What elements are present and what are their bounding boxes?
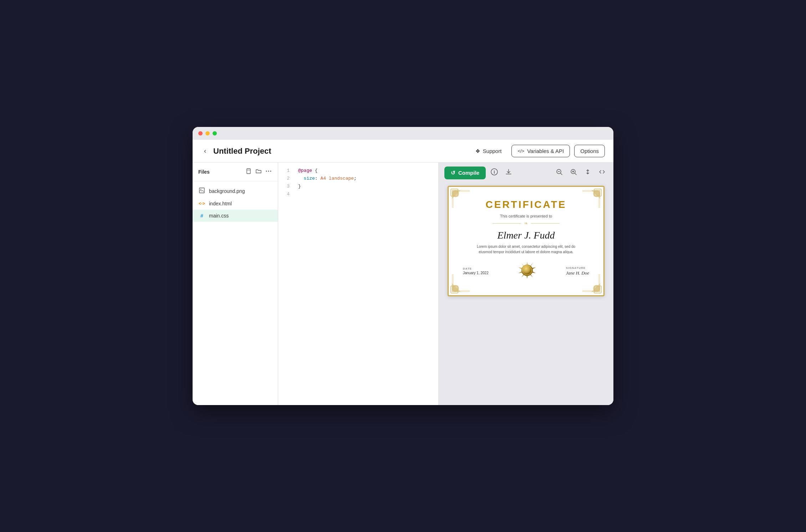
variables-label: Variables & API bbox=[527, 148, 564, 154]
header: ‹ Untitled Project ❖ Support </> Variabl… bbox=[193, 140, 613, 163]
compile-label: Compile bbox=[458, 170, 479, 176]
download-button[interactable] bbox=[503, 166, 514, 179]
cert-corner-bl bbox=[450, 272, 471, 294]
header-left: ‹ Untitled Project bbox=[201, 146, 470, 156]
info-button[interactable]: i bbox=[489, 166, 500, 179]
variables-icon: </> bbox=[517, 148, 524, 154]
zoom-in-button[interactable] bbox=[568, 166, 579, 179]
support-label: Support bbox=[483, 148, 502, 154]
svg-point-6 bbox=[200, 189, 202, 190]
header-right: ❖ Support </> Variables & API Options bbox=[470, 145, 605, 157]
variables-button[interactable]: </> Variables & API bbox=[511, 145, 570, 157]
file-name-index: index.html bbox=[209, 201, 232, 206]
cert-date-label: DATE bbox=[463, 267, 472, 270]
zoom-out-button[interactable] bbox=[554, 166, 565, 179]
support-button[interactable]: ❖ Support bbox=[470, 145, 507, 157]
svg-point-3 bbox=[268, 171, 269, 172]
main-content: Files bbox=[193, 163, 613, 405]
cert-corner-tr bbox=[581, 188, 602, 210]
cert-corner-br bbox=[581, 272, 602, 294]
back-button[interactable]: ‹ bbox=[201, 146, 209, 156]
new-file-button[interactable] bbox=[245, 168, 252, 176]
svg-point-4 bbox=[270, 171, 271, 172]
options-label: Options bbox=[580, 148, 599, 154]
cert-sig-label: SIGNATURE bbox=[566, 266, 586, 270]
preview-pane: ↺ Compile i bbox=[439, 163, 613, 405]
svg-line-11 bbox=[561, 173, 562, 175]
file-item-main-css[interactable]: # main.css bbox=[193, 210, 278, 222]
cert-seal bbox=[516, 260, 538, 282]
svg-text:i: i bbox=[494, 170, 495, 175]
file-item-background[interactable]: background.png bbox=[193, 184, 278, 198]
fit-button[interactable] bbox=[582, 166, 593, 179]
minimize-dot[interactable] bbox=[205, 131, 210, 135]
sidebar: Files bbox=[193, 163, 278, 405]
close-dot[interactable] bbox=[198, 131, 203, 135]
options-button[interactable]: Options bbox=[574, 145, 605, 157]
css-file-icon: # bbox=[198, 213, 205, 219]
code-editor[interactable]: @page { size: A4 landscape; } bbox=[292, 163, 438, 405]
compile-icon: ↺ bbox=[451, 170, 455, 176]
preview-toolbar: ↺ Compile i bbox=[439, 163, 613, 183]
certificate-card: CERTIFICATE This certificate is presente… bbox=[448, 186, 604, 296]
compile-button[interactable]: ↺ Compile bbox=[444, 167, 486, 179]
svg-rect-0 bbox=[247, 169, 250, 174]
image-file-icon bbox=[198, 188, 205, 194]
editor-pane: 1 2 3 4 @page { size: A4 landscape; } bbox=[278, 163, 439, 405]
cert-divider: ❧ bbox=[457, 220, 595, 226]
sidebar-header: Files bbox=[193, 163, 278, 181]
project-title: Untitled Project bbox=[213, 147, 271, 156]
cert-body-text: Lorem ipsum dolor sit amet, consectetur … bbox=[457, 244, 595, 255]
more-actions-button[interactable] bbox=[265, 168, 272, 176]
file-item-index[interactable]: <·> index.html bbox=[193, 198, 278, 210]
file-list: background.png <·> index.html # main.css bbox=[193, 181, 278, 225]
app-window: ‹ Untitled Project ❖ Support </> Variabl… bbox=[193, 127, 613, 405]
support-icon: ❖ bbox=[475, 148, 480, 154]
window-chrome bbox=[193, 127, 613, 140]
line-numbers: 1 2 3 4 bbox=[278, 163, 292, 405]
cert-corner-tl bbox=[450, 188, 471, 210]
svg-point-21 bbox=[521, 265, 533, 276]
maximize-dot[interactable] bbox=[213, 131, 217, 135]
svg-line-15 bbox=[575, 173, 576, 175]
cert-recipient-name: Elmer J. Fudd bbox=[457, 230, 595, 241]
cert-footer: DATE January 1, 2022 bbox=[457, 260, 595, 282]
source-view-button[interactable] bbox=[596, 166, 608, 179]
editor-content[interactable]: 1 2 3 4 @page { size: A4 landscape; } bbox=[278, 163, 438, 405]
sidebar-actions bbox=[245, 168, 272, 176]
sidebar-title: Files bbox=[198, 169, 210, 175]
html-file-icon: <·> bbox=[198, 201, 205, 206]
svg-point-2 bbox=[266, 171, 267, 172]
preview-area: CERTIFICATE This certificate is presente… bbox=[439, 183, 613, 405]
file-name-main-css: main.css bbox=[209, 213, 229, 219]
file-name-background: background.png bbox=[209, 188, 245, 194]
cert-subtitle: This certificate is presented to bbox=[457, 214, 595, 218]
cert-title: CERTIFICATE bbox=[457, 199, 595, 210]
new-folder-button[interactable] bbox=[255, 168, 262, 176]
